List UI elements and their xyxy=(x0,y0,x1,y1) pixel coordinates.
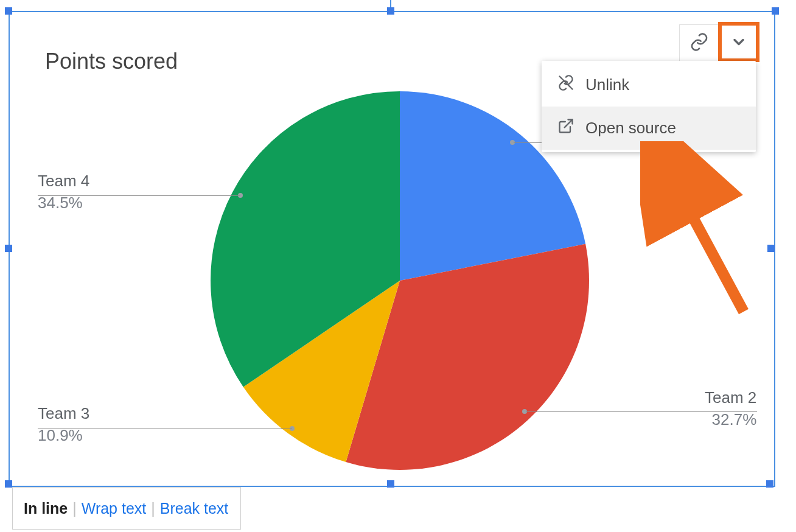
separator: | xyxy=(72,500,77,517)
menu-item-open-source-label: Open source xyxy=(585,119,676,138)
leader-line-team-1 xyxy=(514,142,544,143)
separator: | xyxy=(151,500,155,517)
selection-handle-top-left[interactable] xyxy=(5,7,12,15)
leader-label-team-2-name: Team 2 xyxy=(705,387,756,408)
text-wrap-toolbar: In line | Wrap text | Break text xyxy=(12,487,241,530)
selection-handle-mid-left[interactable] xyxy=(5,245,12,252)
chart-link-button-group xyxy=(679,24,759,61)
pie-svg xyxy=(211,91,589,470)
menu-item-unlink-label: Unlink xyxy=(585,75,629,94)
wrap-option-in-line[interactable]: In line xyxy=(24,500,68,517)
chevron-down-icon xyxy=(730,33,747,53)
selection-handle-bottom-right[interactable] xyxy=(766,480,773,488)
menu-item-open-source[interactable]: Open source xyxy=(542,107,756,150)
leader-label-team-4-name: Team 4 xyxy=(38,170,89,191)
leader-label-team-3: Team 3 10.9% xyxy=(38,403,89,446)
link-button[interactable] xyxy=(679,24,719,62)
link-options-dropdown-button[interactable] xyxy=(719,24,759,62)
link-icon xyxy=(690,32,709,54)
leader-label-team-3-pct: 10.9% xyxy=(38,425,89,446)
selection-handle-mid-right[interactable] xyxy=(767,245,775,252)
leader-label-team-2: Team 2 32.7% xyxy=(705,387,756,430)
selection-handle-bottom-left[interactable] xyxy=(5,480,12,488)
open-external-icon xyxy=(557,117,574,139)
pie-chart xyxy=(211,91,589,470)
selection-handle-bottom-mid[interactable] xyxy=(387,480,394,488)
selection-handle-top-right[interactable] xyxy=(772,7,779,15)
leader-label-team-2-pct: 32.7% xyxy=(705,409,756,430)
unlink-icon xyxy=(557,74,574,96)
chart-title: Points scored xyxy=(45,49,178,74)
leader-label-team-4-pct: 34.5% xyxy=(38,192,89,213)
selection-handle-top-mid[interactable] xyxy=(387,7,394,15)
menu-item-unlink[interactable]: Unlink xyxy=(542,63,756,107)
svg-line-1 xyxy=(565,120,573,128)
wrap-option-break-text[interactable]: Break text xyxy=(160,500,229,517)
leader-label-team-4: Team 4 34.5% xyxy=(38,170,89,213)
wrap-option-wrap-text[interactable]: Wrap text xyxy=(82,500,147,517)
link-options-menu: Unlink Open source xyxy=(542,61,756,152)
leader-label-team-3-name: Team 3 xyxy=(38,403,89,424)
